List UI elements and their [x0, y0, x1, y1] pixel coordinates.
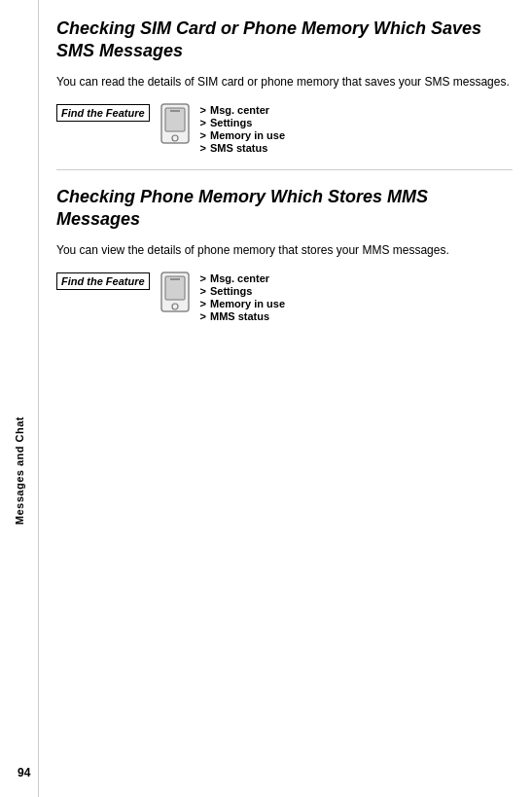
section2-body: You can view the details of phone memory… [56, 241, 513, 259]
section1-arrow-3: > [200, 129, 206, 141]
section2-arrow-4: > [200, 310, 206, 322]
page-number: 94 [18, 766, 30, 779]
section2-title: Checking Phone Memory Which Stores MMS M… [56, 186, 513, 232]
section1-nav-label-1: Msg. center [210, 104, 269, 116]
section1-nav-item-2: > Settings [200, 117, 285, 128]
section2-nav-item-3: > Memory in use [200, 298, 285, 309]
section1-nav-label-2: Settings [210, 117, 252, 128]
section2-nav-label-4: MMS status [210, 310, 269, 322]
section2-nav-item-1: > Msg. center [200, 272, 285, 284]
section1-find-feature-row: Find the Feature > Msg. center > Setting… [56, 102, 513, 154]
section1-nav-item-4: > SMS status [200, 142, 285, 154]
section2-arrow-2: > [200, 285, 206, 297]
section2-arrow-3: > [200, 298, 206, 309]
section2-find-feature-row: Find the Feature > Msg. center > Setting… [56, 271, 513, 322]
section2-find-feature-label: Find the Feature [56, 272, 150, 290]
section1-body: You can read the details of SIM card or … [56, 73, 513, 91]
section2-nav-item-4: > MMS status [200, 310, 285, 322]
sidebar: Messages and Chat [0, 0, 39, 797]
section1-arrow-4: > [200, 142, 206, 154]
section2-arrow-1: > [200, 272, 206, 284]
section1-nav-label-4: SMS status [210, 142, 267, 154]
section-divider [56, 169, 513, 170]
section1-nav-item-3: > Memory in use [200, 129, 285, 141]
section1-arrow-2: > [200, 117, 206, 128]
section2-phone-icon [158, 271, 193, 313]
section2-nav-label-2: Settings [210, 285, 252, 297]
page-container: Messages and Chat Checking SIM Card or P… [0, 0, 532, 797]
section1-phone-icon [158, 102, 193, 145]
section1-nav-item-1: > Msg. center [200, 104, 285, 116]
section2-nav-label-3: Memory in use [210, 298, 285, 309]
section1-nav-label-3: Memory in use [210, 129, 285, 141]
section1-find-feature-label: Find the Feature [56, 104, 150, 122]
section2-nav-label-1: Msg. center [210, 272, 269, 284]
sidebar-label: Messages and Chat [14, 417, 25, 525]
section2-nav-item-2: > Settings [200, 285, 285, 297]
section2-nav-menu: > Msg. center > Settings > Memory in use… [200, 272, 285, 322]
main-content: Checking SIM Card or Phone Memory Which … [39, 0, 532, 797]
section1-nav-menu: > Msg. center > Settings > Memory in use… [200, 104, 285, 154]
section1-arrow-1: > [200, 104, 206, 116]
section1-title: Checking SIM Card or Phone Memory Which … [56, 18, 513, 63]
